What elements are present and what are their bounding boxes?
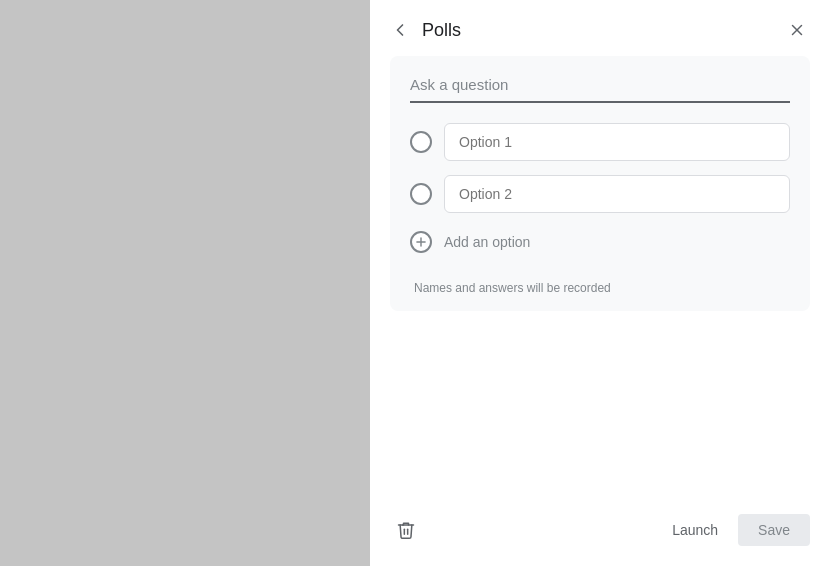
delete-button[interactable] [390,514,422,546]
footer-right: Launch Save [660,514,810,546]
save-button[interactable]: Save [738,514,810,546]
options-list: Add an option [410,123,790,257]
header-left: Polls [386,16,461,44]
option-row-2 [410,175,790,213]
option-input-1[interactable] [444,123,790,161]
option-row-1 [410,123,790,161]
option-input-2[interactable] [444,175,790,213]
left-panel [0,0,370,566]
add-option-label: Add an option [444,234,530,250]
radio-option-2[interactable] [410,183,432,205]
panel-header: Polls [370,0,830,56]
add-option-button[interactable]: Add an option [410,227,790,257]
notice-text: Names and answers will be recorded [410,281,790,295]
question-input[interactable] [410,72,790,103]
launch-button[interactable]: Launch [660,514,730,546]
panel-title: Polls [422,20,461,41]
close-button[interactable] [784,17,810,43]
add-option-icon [410,231,432,253]
polls-panel: Polls [370,0,830,566]
panel-footer: Launch Save [370,500,830,566]
radio-option-1[interactable] [410,131,432,153]
question-card: Add an option Names and answers will be … [390,56,810,311]
form-area: Add an option Names and answers will be … [370,56,830,492]
back-button[interactable] [386,16,414,44]
